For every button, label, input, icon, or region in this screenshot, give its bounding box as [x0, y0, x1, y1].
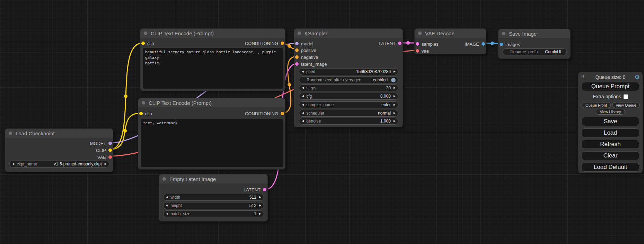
node-vae-decode[interactable]: VAE Decode samples vae IMAGE	[414, 28, 486, 54]
prev-value-arrow-icon[interactable]: ◀	[302, 112, 304, 115]
conditioning-port-dot[interactable]	[295, 48, 299, 52]
conditioning-port-dot[interactable]	[281, 42, 284, 45]
collapse-dot-icon[interactable]	[142, 101, 145, 105]
conditioning-port-dot[interactable]	[281, 112, 284, 115]
image-port-dot[interactable]	[482, 42, 485, 46]
input-port-negative[interactable]: negative	[295, 54, 318, 60]
queue-panel[interactable]: ⠿ Queue size: 0 ⚙ Queue Prompt Extra opt…	[578, 72, 643, 173]
node-empty-latent-image[interactable]: Empty Latent Image LATENT ◀ width 512 ▶ …	[159, 174, 268, 222]
output-port-latent[interactable]: LATENT	[244, 187, 266, 193]
prev-value-arrow-icon[interactable]: ◀	[302, 120, 304, 123]
output-port-conditioning[interactable]: CONDITIONING	[245, 110, 284, 117]
next-value-arrow-icon[interactable]: ▶	[394, 87, 396, 89]
input-port-positive[interactable]: positive	[295, 47, 316, 53]
positive-prompt-textarea[interactable]: beautiful scenery nature glass bottle la…	[143, 48, 283, 89]
conditioning-port-dot[interactable]	[295, 55, 299, 59]
collapse-dot-icon[interactable]	[9, 132, 12, 135]
widget-scheduler[interactable]: ◀ scheduler normal ▶	[299, 110, 398, 117]
gear-icon[interactable]: ⚙	[635, 74, 640, 81]
input-port-model[interactable]: model	[295, 40, 313, 47]
extra-options-checkbox[interactable]	[624, 94, 628, 99]
output-port-latent[interactable]: LATENT	[379, 40, 402, 46]
node-title-bar[interactable]: VAE Decode	[415, 29, 486, 38]
prev-value-arrow-icon[interactable]: ◀	[302, 87, 304, 89]
node-ksampler[interactable]: KSampler model positive negative latent_…	[294, 28, 403, 127]
next-value-arrow-icon[interactable]: ▶	[394, 120, 396, 123]
input-port-vae[interactable]: vae	[416, 48, 429, 54]
output-port-model[interactable]: MODEL	[90, 140, 112, 146]
widget-height[interactable]: ◀ height 512 ▶	[163, 202, 264, 209]
collapse-dot-icon[interactable]	[162, 177, 166, 181]
widget-batch-size[interactable]: ◀ batch_size 1 ▶	[163, 210, 264, 217]
input-port-images[interactable]: images	[500, 41, 520, 47]
load-default-button[interactable]: Load Default	[582, 163, 639, 172]
collapse-dot-icon[interactable]	[298, 31, 301, 35]
next-value-arrow-icon[interactable]: ▶	[259, 196, 261, 199]
node-clip-text-encode-negative[interactable]: CLIP Text Encode (Prompt) clip CONDITION…	[138, 98, 285, 170]
widget-steps[interactable]: ◀ steps 20 ▶	[299, 84, 398, 91]
node-title-bar[interactable]: CLIP Text Encode (Prompt)	[138, 98, 285, 107]
clear-button[interactable]: Clear	[582, 151, 639, 160]
negative-prompt-textarea[interactable]: text, watermark	[141, 119, 283, 167]
node-title-bar[interactable]: Load Checkpoint	[5, 129, 113, 138]
node-title-bar[interactable]: CLIP Text Encode (Prompt)	[140, 29, 285, 38]
collapse-dot-icon[interactable]	[144, 31, 147, 35]
widget-cfg[interactable]: ◀ cfg 8.000 ▶	[299, 93, 398, 100]
view-history-button[interactable]: View History	[596, 109, 625, 115]
next-value-arrow-icon[interactable]: ▶	[259, 213, 261, 215]
node-title-bar[interactable]: Save Image	[499, 29, 570, 38]
widget-random-seed-toggle[interactable]: Random seed after every gen enabled	[299, 76, 398, 83]
prev-value-arrow-icon[interactable]: ◀	[166, 196, 168, 199]
latent-port-dot[interactable]	[416, 42, 419, 46]
latent-port-dot[interactable]	[295, 62, 299, 66]
load-button[interactable]: Load	[582, 128, 639, 137]
output-port-clip[interactable]: CLIP	[96, 147, 112, 153]
widget-width[interactable]: ◀ width 512 ▶	[163, 194, 264, 201]
next-value-arrow-icon[interactable]: ▶	[394, 103, 396, 106]
collapse-dot-icon[interactable]	[502, 32, 505, 35]
widget-seed[interactable]: ◀ seed 156680208700286 ▶	[299, 68, 398, 75]
output-port-vae[interactable]: VAE	[97, 154, 112, 160]
prev-value-arrow-icon[interactable]: ◀	[166, 204, 168, 207]
collapse-dot-icon[interactable]	[418, 31, 422, 35]
input-port-latent-image[interactable]: latent_image	[295, 61, 327, 67]
widget-denoise[interactable]: ◀ denoise 1.000 ▶	[299, 118, 398, 125]
prev-value-arrow-icon[interactable]: ◀	[166, 213, 168, 215]
input-port-samples[interactable]: samples	[416, 41, 438, 47]
clip-port-dot[interactable]	[108, 148, 112, 152]
prev-value-arrow-icon[interactable]: ◀	[12, 163, 14, 165]
latent-port-dot[interactable]	[398, 42, 402, 45]
vae-port-dot[interactable]	[416, 49, 419, 53]
input-port-clip[interactable]: clip	[141, 40, 154, 46]
clip-port-dot[interactable]	[141, 42, 145, 45]
node-clip-text-encode-positive[interactable]: CLIP Text Encode (Prompt) clip CONDITION…	[140, 28, 285, 91]
vae-port-dot[interactable]	[108, 155, 112, 159]
save-button[interactable]: Save	[582, 117, 639, 126]
output-port-conditioning[interactable]: CONDITIONING	[245, 40, 284, 46]
queue-front-button[interactable]: Queue Front	[582, 102, 611, 108]
prev-value-arrow-icon[interactable]: ◀	[302, 70, 304, 73]
queue-prompt-button[interactable]: Queue Prompt	[582, 82, 639, 91]
model-port-dot[interactable]	[295, 42, 299, 45]
view-queue-button[interactable]: View Queue	[612, 102, 640, 108]
widget-filename-prefix[interactable]: filename_prefix ComfyUI	[503, 48, 567, 55]
clip-port-dot[interactable]	[139, 112, 143, 115]
node-title-bar[interactable]: KSampler	[294, 29, 403, 38]
model-port-dot[interactable]	[108, 142, 112, 145]
node-load-checkpoint[interactable]: Load Checkpoint MODEL CLIP VAE ◀ ckpt_na…	[5, 128, 113, 172]
next-value-arrow-icon[interactable]: ▶	[105, 163, 107, 165]
latent-port-dot[interactable]	[263, 188, 266, 191]
widget-sampler-name[interactable]: ◀ sampler_name euler ▶	[299, 101, 398, 108]
next-value-arrow-icon[interactable]: ▶	[394, 95, 396, 98]
next-value-arrow-icon[interactable]: ▶	[259, 204, 261, 207]
node-save-image[interactable]: Save Image images filename_prefix ComfyU…	[498, 29, 571, 59]
comfyui-canvas[interactable]: { "colors": { "model_link": "#b79fe4", "…	[0, 0, 644, 244]
input-port-clip[interactable]: clip	[139, 110, 152, 117]
node-title-bar[interactable]: Empty Latent Image	[159, 174, 267, 183]
widget-ckpt-name[interactable]: ◀ ckpt_name v1-5-pruned-emaonly.ckpt ▶	[9, 161, 109, 168]
image-port-dot[interactable]	[500, 43, 503, 46]
refresh-button[interactable]: Refresh	[582, 140, 639, 149]
output-port-image[interactable]: IMAGE	[465, 41, 485, 47]
prev-value-arrow-icon[interactable]: ◀	[302, 95, 304, 98]
toggle-dot-icon[interactable]	[391, 78, 396, 82]
